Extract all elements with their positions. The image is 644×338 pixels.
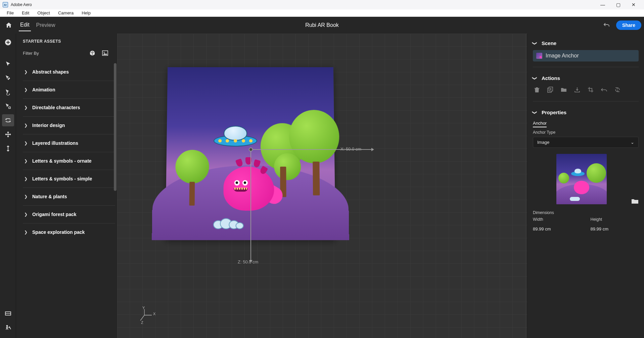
height-label: Height <box>591 217 639 222</box>
actions-toolbar <box>533 85 639 96</box>
properties-header[interactable]: ❯ Properties <box>533 107 639 119</box>
pivot-icon <box>5 103 11 110</box>
rotate-icon <box>5 89 11 95</box>
look-around-tool[interactable] <box>2 114 14 126</box>
category-letters-simple[interactable]: ❯Letters & symbols - simple <box>23 170 115 187</box>
document-title: Rubi AR Book <box>305 22 339 28</box>
behaviors-tool[interactable] <box>2 321 14 333</box>
axis-z-label: Z <box>141 321 143 325</box>
category-abstract-shapes[interactable]: ❯Abstract shapes <box>23 63 115 81</box>
mode-preview[interactable]: Preview <box>35 19 57 31</box>
zoom-tool[interactable] <box>2 142 14 155</box>
gizmo-origin[interactable] <box>249 147 253 152</box>
menu-file[interactable]: File <box>3 10 18 16</box>
x-axis-value: X: 50.0 cm <box>340 146 361 152</box>
property-tabs: Anchor <box>533 119 639 130</box>
tab-anchor[interactable]: Anchor <box>533 121 547 127</box>
home-icon <box>5 22 12 29</box>
gizmo-z-axis[interactable] <box>250 149 251 260</box>
actions-section: ❯ Actions <box>533 73 639 96</box>
select-tool[interactable] <box>2 58 14 70</box>
category-letters-ornate[interactable]: ❯Letters & symbols - ornate <box>23 152 115 170</box>
duplicate-action[interactable] <box>547 86 554 93</box>
anchor-type-value: Image <box>537 140 549 145</box>
pivot-tool[interactable] <box>2 100 14 112</box>
anchor-type-select[interactable]: Image ⌄ <box>533 137 639 148</box>
divider <box>533 101 639 101</box>
chevron-right-icon: ❯ <box>24 194 28 199</box>
menu-edit[interactable]: Edit <box>18 10 33 16</box>
dimensions-label: Dimensions <box>533 210 639 215</box>
menu-object[interactable]: Object <box>33 10 54 16</box>
width-value[interactable]: 89.99 cm <box>533 224 581 231</box>
pan-icon <box>5 131 11 138</box>
height-value[interactable]: 89.99 cm <box>591 224 639 231</box>
undo-button[interactable] <box>601 20 612 31</box>
category-space-exploration[interactable]: ❯Space exploration pack <box>23 223 115 241</box>
filter-3d-button[interactable] <box>89 50 96 56</box>
browse-image-button[interactable] <box>631 198 639 204</box>
mode-edit[interactable]: Edit <box>19 19 31 31</box>
chevron-right-icon: ❯ <box>24 230 28 235</box>
home-button[interactable] <box>3 19 15 31</box>
window-maximize-button[interactable]: ▢ <box>610 0 626 9</box>
folder-icon <box>631 198 639 204</box>
category-label: Origami forest pack <box>32 212 77 217</box>
properties-section: ❯ Properties Anchor Anchor Type Image ⌄ … <box>533 107 639 231</box>
scrollbar-thumb[interactable] <box>114 63 117 191</box>
zoom-icon <box>5 145 11 152</box>
category-directable-characters[interactable]: ❯Directable characters <box>23 98 115 116</box>
actions-header[interactable]: ❯ Actions <box>533 73 639 85</box>
canvas[interactable]: X: 50.0 cm Z: 50.0 cm Y X Z <box>117 34 527 338</box>
duplicate-icon <box>547 87 553 93</box>
category-animation[interactable]: ❯Animation <box>23 81 115 98</box>
pan-tool[interactable] <box>2 128 14 140</box>
filter-image-button[interactable] <box>102 50 108 56</box>
chevron-right-icon: ❯ <box>24 159 28 163</box>
width-label: Width <box>533 217 581 222</box>
undo-icon <box>603 22 610 29</box>
window-minimize-button[interactable]: — <box>595 0 610 9</box>
category-label: Layered illustrations <box>32 140 78 146</box>
undo-action[interactable] <box>601 86 607 93</box>
menu-camera[interactable]: Camera <box>54 10 78 16</box>
move-tool[interactable] <box>2 72 14 84</box>
dimensions-row: Width 89.99 cm Height 89.99 cm <box>533 217 639 231</box>
anchor-preview <box>556 154 607 204</box>
select-icon <box>5 61 11 67</box>
category-nature-plants[interactable]: ❯Nature & plants <box>23 187 115 205</box>
crop-icon <box>588 87 594 93</box>
svg-point-5 <box>104 52 105 53</box>
category-origami-forest[interactable]: ❯Origami forest pack <box>23 205 115 223</box>
delete-action[interactable] <box>534 86 540 93</box>
chevron-right-icon: ❯ <box>24 212 28 217</box>
chevron-right-icon: ❯ <box>24 176 28 181</box>
reset-action[interactable] <box>614 86 621 93</box>
scene-header[interactable]: ❯ Scene <box>533 38 639 50</box>
app-icon: Ar <box>3 2 8 7</box>
scene-item-image-anchor[interactable]: Image Anchor <box>533 50 639 61</box>
orientation-widget[interactable]: Y X Z <box>138 307 155 324</box>
menu-help[interactable]: Help <box>78 10 95 16</box>
surface-tool[interactable] <box>2 307 14 319</box>
crop-action[interactable] <box>587 86 594 93</box>
folder-icon <box>561 87 567 92</box>
tree-illustration <box>173 150 211 204</box>
category-layered-illustrations[interactable]: ❯Layered illustrations <box>23 134 115 152</box>
folder-action[interactable] <box>560 86 567 93</box>
category-label: Space exploration pack <box>32 229 85 235</box>
z-axis-value: Z: 50.0 cm <box>238 259 258 264</box>
chevron-down-icon: ❯ <box>532 111 538 115</box>
svg-rect-1 <box>9 107 10 109</box>
window-titlebar: Ar Adobe Aero — ▢ ✕ <box>0 0 644 9</box>
category-label: Animation <box>32 87 55 92</box>
add-tool[interactable] <box>2 36 14 48</box>
rotate-tool[interactable] <box>2 86 14 98</box>
share-button[interactable]: Share <box>616 20 641 30</box>
workspace: STARTER ASSETS Filter By ❯Abstract shape… <box>0 34 644 338</box>
category-interior-design[interactable]: ❯Interior design <box>23 116 115 134</box>
window-close-button[interactable]: ✕ <box>626 0 641 9</box>
import-action[interactable] <box>574 86 581 93</box>
chevron-down-icon: ❯ <box>532 41 538 45</box>
scene-section: ❯ Scene Image Anchor <box>533 38 639 61</box>
